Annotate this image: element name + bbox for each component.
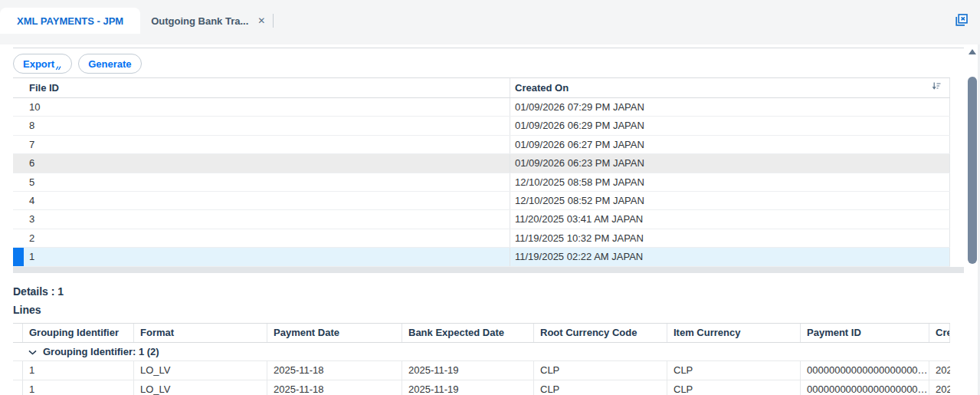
row-selector-gutter: [13, 361, 23, 380]
file-id-cell: 6: [13, 154, 510, 172]
created-on-cell: 11/19/2025 10:32 PM JAPAN: [510, 229, 950, 247]
format-cell: LO_LV: [134, 361, 267, 380]
panel-top-divider: [13, 48, 964, 48]
created-cell-truncated: 202: [929, 380, 950, 395]
column-header-root-currency-code[interactable]: Root Currency Code: [534, 324, 667, 342]
created-on-cell: 12/10/2025 08:58 PM JAPAN: [510, 173, 950, 191]
table-row[interactable]: 10 01/09/2026 07:29 PM JAPAN: [13, 98, 950, 117]
sort-descending-icon[interactable]: [932, 78, 942, 97]
column-header-bank-expected-date[interactable]: Bank Expected Date: [402, 324, 534, 342]
lines-table-header: Grouping Identifier Format Payment Date …: [13, 323, 950, 343]
menu-arrow-icon: [55, 61, 62, 73]
tab-bar: XML PAYMENTS - JPM Outgoing Bank Tra... …: [0, 0, 980, 44]
files-table-body: 10 01/09/2026 07:29 PM JAPAN 8 01/09/202…: [13, 98, 950, 267]
created-on-cell: 01/09/2026 06:29 PM JAPAN: [510, 117, 950, 134]
generate-button-label: Generate: [88, 58, 131, 70]
chevron-down-icon[interactable]: [28, 346, 37, 357]
created-on-cell: 01/09/2026 06:27 PM JAPAN: [510, 136, 950, 153]
table-row[interactable]: 6 01/09/2026 06:23 PM JAPAN: [13, 154, 950, 173]
grouping-identifier-cell: 1: [23, 361, 134, 380]
payment-date-cell: 2025-11-18: [267, 380, 402, 395]
table-row[interactable]: 8 01/09/2026 06:29 PM JAPAN: [13, 117, 950, 135]
format-cell: LO_LV: [134, 380, 267, 395]
table-row[interactable]: 1 LO_LV 2025-11-18 2025-11-19 CLP CLP 00…: [13, 361, 950, 380]
row-selector-gutter: [13, 380, 23, 395]
group-row[interactable]: Grouping Identifier: 1 (2): [13, 343, 950, 361]
tab-label: Outgoing Bank Tra...: [151, 15, 248, 27]
payment-id-cell: 0000000000000000000000000000000000: [801, 361, 929, 380]
close-icon[interactable]: ✕: [257, 15, 265, 26]
table-row[interactable]: 3 11/20/2025 03:41 AM JAPAN: [13, 210, 950, 229]
lines-table-body: 1 LO_LV 2025-11-18 2025-11-19 CLP CLP 00…: [13, 361, 950, 395]
lines-table: Grouping Identifier Format Payment Date …: [13, 323, 950, 395]
content-panel: Export Generate File ID Created On: [0, 48, 980, 395]
table-row[interactable]: 4 12/10/2025 08:52 PM JAPAN: [13, 192, 950, 210]
created-on-cell: 11/19/2025 02:22 AM JAPAN: [510, 248, 950, 265]
file-id-cell: 10: [13, 98, 510, 116]
scroll-up-arrow-icon[interactable]: [969, 49, 976, 54]
details-label: Details : 1: [13, 285, 980, 298]
table-row[interactable]: 2 11/19/2025 10:32 PM JAPAN: [13, 229, 950, 248]
column-header-format[interactable]: Format: [134, 324, 267, 342]
lines-label: Lines: [13, 304, 980, 316]
files-table-header: File ID Created On: [13, 77, 950, 98]
created-on-cell: 11/20/2025 03:41 AM JAPAN: [510, 210, 950, 228]
column-header-payment-id[interactable]: Payment ID: [801, 324, 929, 342]
column-header-created-truncated[interactable]: Cre: [929, 324, 950, 342]
table-row[interactable]: 1 11/19/2025 02:22 AM JAPAN: [13, 248, 950, 266]
created-on-cell: 01/09/2026 06:23 PM JAPAN: [510, 154, 950, 172]
created-on-cell: 01/09/2026 07:29 PM JAPAN: [510, 98, 950, 116]
table-row[interactable]: 5 12/10/2025 08:58 PM JAPAN: [13, 173, 950, 192]
column-header-file-id[interactable]: File ID: [13, 78, 510, 97]
file-id-cell: 7: [13, 136, 510, 153]
row-selector-gutter: [13, 324, 23, 342]
created-on-cell: 12/10/2025 08:52 PM JAPAN: [510, 192, 950, 209]
bank-expected-date-cell: 2025-11-19: [402, 361, 534, 380]
vertical-scrollbar[interactable]: [967, 48, 978, 272]
horizontal-scrollbar[interactable]: [13, 267, 964, 273]
group-row-label: Grouping Identifier: 1 (2): [43, 346, 159, 357]
file-id-cell: 8: [13, 117, 510, 134]
overlap-windows-icon[interactable]: [955, 14, 968, 26]
root-currency-code-cell: CLP: [534, 361, 667, 380]
export-button[interactable]: Export: [13, 54, 72, 74]
table-row[interactable]: 1 LO_LV 2025-11-18 2025-11-19 CLP CLP 00…: [13, 380, 950, 395]
column-header-payment-date[interactable]: Payment Date: [267, 324, 402, 342]
column-header-label: Created On: [515, 78, 569, 97]
grouping-identifier-cell: 1: [23, 380, 134, 395]
file-id-cell: 4: [13, 192, 510, 209]
root-currency-code-cell: CLP: [534, 380, 667, 395]
payment-date-cell: 2025-11-18: [267, 361, 402, 380]
tab-outgoing-bank-tracking[interactable]: Outgoing Bank Tra... ✕: [140, 8, 273, 34]
file-id-cell: 1: [13, 248, 510, 265]
files-table: File ID Created On 10 01/09/2026 07:29 P…: [13, 77, 950, 273]
export-button-label: Export: [23, 58, 54, 70]
bank-expected-date-cell: 2025-11-19: [402, 380, 534, 395]
column-header-grouping-identifier[interactable]: Grouping Identifier: [23, 324, 134, 342]
tab-label: XML PAYMENTS - JPM: [17, 15, 123, 27]
file-id-cell: 5: [13, 173, 510, 191]
file-id-cell: 3: [13, 210, 510, 228]
payment-id-cell: 0000000000000000000000000000000000: [801, 380, 929, 395]
item-currency-cell: CLP: [667, 361, 801, 380]
toolbar: Export Generate: [13, 54, 980, 74]
column-header-item-currency[interactable]: Item Currency: [667, 324, 801, 342]
file-id-cell: 2: [13, 229, 510, 247]
table-row[interactable]: 7 01/09/2026 06:27 PM JAPAN: [13, 136, 950, 154]
item-currency-cell: CLP: [667, 380, 801, 395]
generate-button[interactable]: Generate: [78, 54, 141, 74]
vertical-scrollbar-thumb[interactable]: [968, 77, 977, 264]
tab-divider: [273, 14, 274, 28]
column-header-created-on[interactable]: Created On: [510, 78, 950, 97]
tab-xml-payments-jpm[interactable]: XML PAYMENTS - JPM: [0, 8, 140, 34]
created-cell-truncated: 202: [929, 361, 950, 380]
